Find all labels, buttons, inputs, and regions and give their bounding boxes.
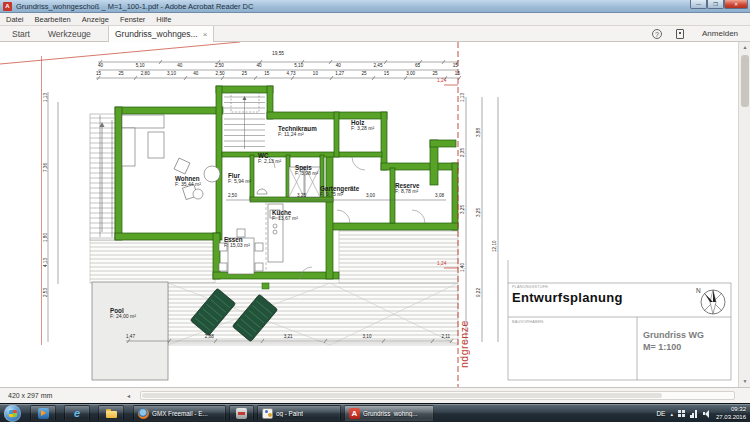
help-icon[interactable]: ? — [652, 29, 662, 39]
menu-datei[interactable]: Datei — [6, 15, 24, 24]
dimension-label: 4,13 — [44, 258, 49, 267]
paint-icon — [262, 408, 273, 419]
boundary-label: ndgrenze — [458, 294, 472, 368]
close-button[interactable]: ✕ — [724, 0, 748, 9]
room-label-holz: HolzF: 3,28 m² — [351, 119, 374, 132]
taskbar-gmx-freemail[interactable]: GMX Freemail - E... — [133, 405, 226, 421]
mobile-device-icon[interactable] — [676, 29, 684, 39]
horizontal-scrollbar-thumb[interactable] — [142, 393, 662, 398]
sign-in-link[interactable]: Anmelden — [702, 29, 738, 38]
menu-anzeige[interactable]: Anzeige — [82, 15, 109, 24]
dimension-label: 15 — [453, 64, 458, 69]
folder-icon — [106, 408, 117, 419]
room-area: F: 5,94 m² — [228, 179, 251, 185]
dimension-label: 40 — [193, 72, 198, 77]
room-label-speis: SpeisF: 3,98 m² — [295, 164, 318, 177]
dimension-label: 10 — [313, 72, 318, 77]
tab-document-label: Grundriss_wohnges... — [115, 29, 198, 39]
clock-time: 09:32 — [716, 406, 746, 414]
plan-overlay: 19,55 1,24 1,24 ndgrenze PLANUNGSSTUFE: … — [0, 42, 738, 387]
pdf-page[interactable]: 19,55 1,24 1,24 ndgrenze PLANUNGSSTUFE: … — [0, 42, 738, 387]
titleblock-drawing-title: Grundriss WG M= 1:100 — [643, 330, 704, 353]
menu-fenster[interactable]: Fenster — [120, 15, 145, 24]
document-area: 19,55 1,24 1,24 ndgrenze PLANUNGSSTUFE: … — [0, 42, 750, 387]
clock-date: 27.03.2016 — [716, 414, 746, 422]
dimension-label: 3,25 — [477, 208, 482, 217]
horizontal-scrollbar[interactable] — [140, 391, 735, 400]
dimension-label: 3,25 — [461, 205, 466, 214]
tab-bar: Start Werkzeuge Grundriss_wohnges...× ? … — [0, 26, 750, 42]
maximize-button[interactable]: ❐ — [707, 0, 724, 9]
hidden-icons-chevron[interactable]: ▴ — [670, 411, 673, 417]
dimension-label: 25 — [118, 72, 123, 77]
internet-explorer-icon: e — [72, 408, 83, 419]
room-label-wc: WCF: 2,13 m² — [258, 152, 281, 165]
dimension-row-top_row_detail: 15252,803,10402,5025154,73101,2725153,00… — [96, 72, 460, 77]
minimize-button[interactable]: — — [690, 0, 707, 9]
start-button[interactable] — [4, 405, 21, 422]
scrollbar-thumb[interactable] — [741, 55, 749, 107]
dimension-label: 9,22 — [477, 288, 482, 297]
dimension-label: 5,10 — [294, 64, 303, 69]
menu-bearbeiten[interactable]: Bearbeiten — [35, 15, 71, 24]
dimension-row-interior_row: 2,503,253,003,08 — [228, 194, 444, 199]
taskbar-clock[interactable]: 09:32 27.03.2016 — [716, 406, 746, 422]
network-icon[interactable] — [690, 410, 698, 418]
dimension-label: 25 — [432, 72, 437, 77]
vertical-scrollbar[interactable]: ▲ ▼ — [738, 42, 750, 387]
taskbar-internet-explorer[interactable]: e — [64, 405, 90, 421]
scroll-left-icon[interactable]: ◂ — [127, 392, 130, 399]
tab-start[interactable]: Start — [12, 26, 30, 42]
language-indicator[interactable]: DE — [656, 410, 665, 417]
dimension-label: 3,88 — [477, 128, 482, 137]
tab-close-icon[interactable]: × — [203, 30, 208, 39]
dimension-label: 2,50 — [215, 64, 224, 69]
dimension-label: 15 — [96, 72, 101, 77]
dimension-label: 3,10 — [167, 72, 176, 77]
titleblock-stage: Entwurfsplanung — [512, 290, 623, 305]
taskbar-media-player[interactable] — [30, 405, 56, 421]
taskbar-app-button[interactable] — [229, 405, 254, 421]
task-label: GMX Freemail - E... — [152, 410, 208, 417]
dimension-label: 2,80 — [141, 72, 150, 77]
dimension-label: 19,55 — [272, 52, 284, 57]
room-label-wohnen: WohnenF: 35,44 m² — [175, 175, 201, 188]
acrobat-app-icon: A — [3, 2, 12, 11]
window-title-bar: A Grundriss_wohngeschoß _ M=1_100-1.pdf … — [0, 0, 750, 13]
room-area: F: 13,67 m² — [272, 216, 298, 222]
scroll-down-icon[interactable]: ▼ — [739, 376, 750, 387]
dimension-label: 2,45 — [374, 64, 383, 69]
app-icon — [236, 408, 247, 419]
dimension-label: 25 — [242, 72, 247, 77]
dimension-label: 1,27 — [335, 72, 344, 77]
taskbar: e GMX Freemail - E... og - Paint A Grund… — [0, 403, 750, 422]
dimension-label: 1,47 — [126, 335, 135, 340]
tab-werkzeuge[interactable]: Werkzeuge — [48, 26, 91, 42]
windows-flag-icon — [9, 410, 17, 417]
taskbar-explorer[interactable] — [98, 405, 124, 421]
dimension-label: 40 — [98, 64, 103, 69]
room-label-flur: FlurF: 5,94 m² — [228, 172, 251, 185]
room-area: F: 35,44 m² — [175, 182, 201, 188]
room-label-essen: EssenF: 15,03 m² — [224, 236, 250, 249]
taskbar-paint[interactable]: og - Paint — [257, 405, 341, 421]
system-tray: DE ▴ 09:32 27.03.2016 — [656, 404, 750, 422]
window-title: Grundriss_wohngeschoß _ M=1_100-1.pdf - … — [16, 2, 253, 11]
dimension-label: 40 — [336, 64, 341, 69]
taskbar-acrobat[interactable]: A Grundriss_wohng... — [344, 405, 434, 421]
room-label-technikraum: TechnikraumF: 11,24 m² — [278, 125, 317, 138]
task-label: Grundriss_wohng... — [363, 410, 418, 417]
dimension-label: 2,88 — [205, 335, 214, 340]
dimension-label: 12,10 — [493, 241, 498, 253]
dimension-label: 2,35 — [461, 148, 466, 157]
scroll-up-icon[interactable]: ▲ — [739, 42, 750, 53]
menu-hilfe[interactable]: Hilfe — [156, 15, 171, 24]
tab-document[interactable]: Grundriss_wohnges...× — [108, 26, 214, 42]
titleblock-project-label: BAUVORHABEN: — [512, 320, 545, 324]
room-area: F: 24,00 m² — [110, 314, 136, 320]
media-player-icon — [38, 408, 49, 419]
volume-icon[interactable] — [703, 410, 711, 418]
menu-bar: Datei Bearbeiten Anzeige Fenster Hilfe — [0, 13, 750, 26]
dimension-label: 15 — [264, 72, 269, 77]
tray-grid-icon[interactable] — [678, 410, 685, 417]
